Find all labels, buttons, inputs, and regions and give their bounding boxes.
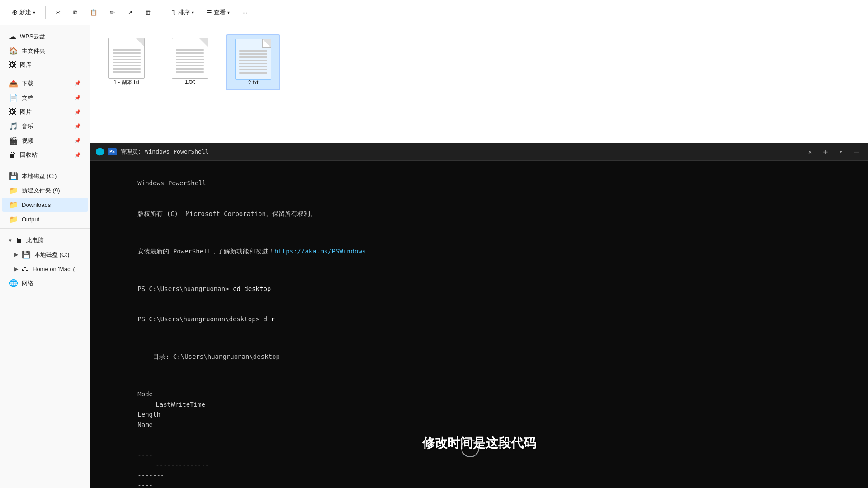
sidebar-item-label: 此电脑 [26,236,44,244]
terminal-blank [99,267,859,274]
sep-len: ------- [137,470,183,480]
pin-icon: 📌 [75,138,81,144]
sidebar-item-label: Home on 'Mac' ( [33,266,75,272]
delete-button[interactable]: 🗑 [141,6,156,19]
sort-icon: ⇅ [171,9,176,16]
sidebar-item-downloads-folder[interactable]: 📁 Downloads [2,198,88,212]
sidebar-item-mac[interactable]: ▶ 🖧 Home on 'Mac' ( [2,262,88,276]
file-line [239,69,267,70]
file-line [239,72,267,74]
file-icon [108,38,145,79]
file-item-selected[interactable]: 2.txt [226,34,280,90]
toolbar-sep-1 [45,6,46,19]
disk-icon: 💾 [22,250,31,259]
sidebar-item-pictures[interactable]: 🖼 图片 📌 [2,105,88,119]
file-line [239,66,267,67]
home-icon: 🏠 [9,47,18,55]
view-button[interactable]: ☰ 查看 ▾ [202,6,234,19]
terminal-prompt: PS C:\Users\huangruonan\desktop> [137,315,263,323]
sidebar-item-label: 图片 [20,108,32,116]
sidebar-item-localdisk[interactable]: 💾 本地磁盘 (C:) [2,169,88,183]
sidebar-item-label: 图库 [20,61,32,69]
file-line [239,60,267,61]
sidebar-item-music[interactable]: 🎵 音乐 📌 [2,119,88,133]
sidebar-item-wps[interactable]: ☁ WPS云盘 [2,29,88,43]
terminal-blank [99,229,859,236]
cut-button[interactable]: ✂ [51,6,65,19]
sidebar-item-docs[interactable]: 📄 文档 📌 [2,91,88,105]
sidebar-item-newfolder[interactable]: 📁 新建文件夹 (9) [2,183,88,197]
terminal-line: 安装最新的 PowerShell，了解新功能和改进！https://aka.ms… [99,236,859,266]
sidebar-item-home[interactable]: 🏠 主文件夹 [2,44,88,58]
file-line [239,50,267,52]
terminal-titlebar: PS 管理员: Windows PowerShell ✕ + ▾ — [90,143,868,161]
terminal-line: 版权所有 (C) Microsoft Corporation。保留所有权利。 [99,198,859,229]
view-icon: ☰ [207,9,212,16]
cloud-icon: ☁ [9,32,16,41]
delete-icon: 🗑 [145,9,151,16]
new-button[interactable]: ⊕ 新建 ▾ [7,5,40,19]
sidebar-item-label: 文档 [22,94,33,102]
paste-button[interactable]: 📋 [85,6,102,19]
file-icon [172,38,208,79]
file-line [176,52,204,54]
expand-icon: ▶ [14,252,18,258]
sidebar-item-label: 视频 [22,137,33,145]
terminal-blank [99,372,859,379]
new-dropdown-icon: ▾ [33,10,35,15]
file-line [113,56,141,57]
file-lines [176,49,204,73]
sidebar-item-videos[interactable]: 🎬 视频 📌 [2,134,88,148]
terminal-minimize-button[interactable]: — [850,145,863,158]
file-name: 1.txt [185,79,195,85]
col-len: Length [137,409,183,419]
expand-icon: ▾ [9,238,12,244]
sidebar-item-label: Output [22,216,39,223]
file-line [113,49,141,51]
terminal-line: Windows PowerShell [99,168,859,198]
powershell-icon: PS [108,148,117,155]
pin-icon: 📌 [75,95,81,101]
network-icon: 🌐 [9,279,18,287]
terminal-url: https://aka.ms/PSWindows [274,248,366,255]
terminal-window: PS 管理员: Windows PowerShell ✕ + ▾ — Windo… [90,143,868,488]
file-line [113,52,141,54]
folder-icon: 📁 [9,201,18,209]
file-item[interactable]: 1.txt [163,34,217,90]
file-line [239,53,267,55]
file-line [113,62,141,63]
file-item[interactable]: 1 - 副本.txt [99,34,154,90]
sep-lwt: -------------- [137,460,237,470]
rename-button[interactable]: ✏ [105,6,119,19]
sort-button[interactable]: ⇅ 排序 ▾ [167,6,198,19]
cut-icon: ✂ [56,9,61,16]
file-area: 1 - 副本.txt 1.txt [90,25,868,488]
share-icon: ↗ [127,9,132,16]
file-lines [113,49,141,73]
more-button[interactable]: ··· [238,6,252,19]
terminal-dropdown-button[interactable]: ▾ [835,146,846,157]
view-dropdown-icon: ▾ [227,10,230,15]
terminal-new-tab-button[interactable]: + [819,145,832,158]
sidebar-item-label: 回收站 [20,151,38,159]
sidebar-item-localdisk-child[interactable]: ▶ 💾 本地磁盘 (C:) [2,248,88,262]
sidebar-item-recycle[interactable]: 🗑 回收站 📌 [2,148,88,162]
main-area: ☁ WPS云盘 🏠 主文件夹 🖼 图库 📥 下载 📌 📄 文档 📌 🖼 [0,25,868,488]
file-line [113,68,141,70]
sidebar-item-thispc[interactable]: ▾ 🖥 此电脑 [2,234,88,247]
toolbar: ⊕ 新建 ▾ ✂ ⧉ 📋 ✏ ↗ 🗑 ⇅ 排序 ▾ ☰ 查看 ▾ ··· [0,0,868,25]
file-line [239,63,267,64]
sidebar-item-gallery[interactable]: 🖼 图库 [2,58,88,72]
sidebar-item-downloads[interactable]: 📥 下载 📌 [2,76,88,90]
share-button[interactable]: ↗ [123,6,137,19]
copy-button[interactable]: ⧉ [69,6,82,19]
copy-icon: ⧉ [73,9,77,16]
sidebar-item-network[interactable]: 🌐 网络 [2,276,88,290]
terminal-line: PS C:\Users\huangruonan\desktop> dir [99,304,859,334]
sidebar-item-output[interactable]: 📁 Output [2,212,88,226]
recycle-icon: 🗑 [9,151,16,159]
terminal-sep: ---- -------------- ------- ---- [99,440,859,488]
sep-mode: ---- [137,450,192,460]
terminal-close-button[interactable]: ✕ [805,146,816,157]
file-icon [235,39,271,80]
